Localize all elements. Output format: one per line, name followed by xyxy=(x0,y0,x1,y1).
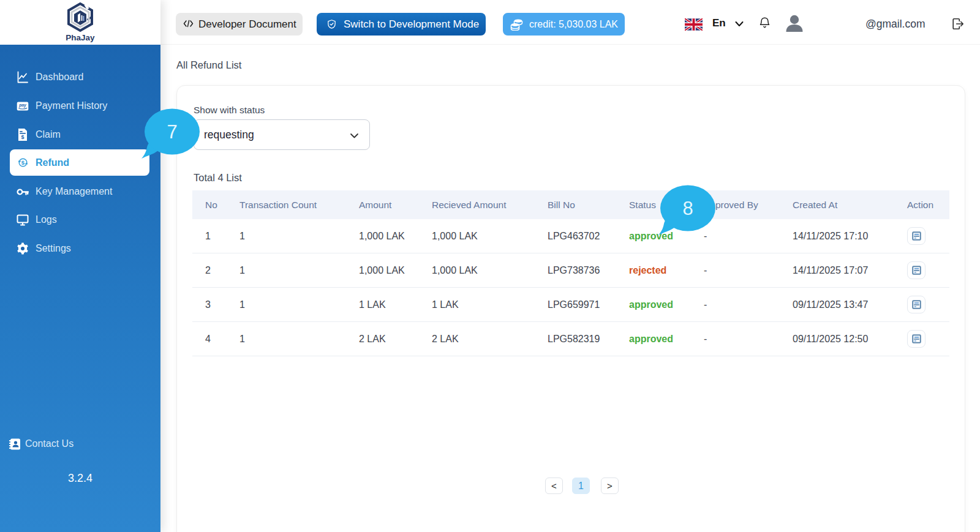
svg-text:$: $ xyxy=(21,159,24,166)
svg-text:pay: pay xyxy=(18,102,27,107)
svg-text:PhaJay: PhaJay xyxy=(66,33,95,42)
svg-text:$: $ xyxy=(21,134,24,140)
